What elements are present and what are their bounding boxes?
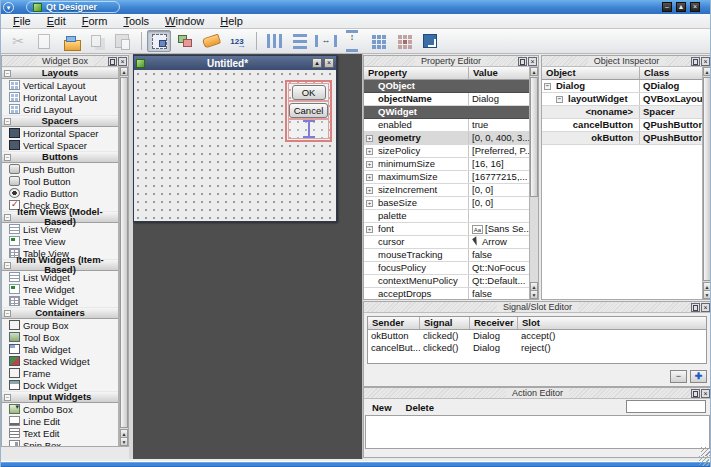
new-icon[interactable] (32, 30, 56, 52)
property-row-contextmenupolicy[interactable]: contextMenuPolicyQt::Default... (364, 275, 529, 288)
scroll-up-icon[interactable]: ▲ (530, 67, 538, 76)
object-column-header[interactable]: Object (542, 67, 640, 79)
widget-item-radio-button[interactable]: Radio Button (2, 187, 118, 199)
property-value[interactable] (469, 210, 529, 222)
property-row-sizeincrement[interactable]: sizeIncrement[0, 0] (364, 184, 529, 197)
menu-item-tools[interactable]: Tools (115, 14, 157, 28)
collapse-icon[interactable] (4, 154, 11, 161)
cancel-button[interactable]: Cancel (289, 103, 328, 118)
widgetbox-category-layouts[interactable]: Layouts (2, 67, 118, 79)
property-value[interactable]: Arrow (469, 236, 529, 248)
form-minimize-icon[interactable]: ▴ (312, 58, 322, 68)
object-row-dialog[interactable]: DialogQDialog (542, 80, 702, 93)
collapse-icon[interactable] (4, 310, 11, 317)
widget-item-table-widget[interactable]: Table Widget (2, 295, 118, 307)
scroll-up-icon[interactable]: ▲ (120, 67, 128, 76)
float-icon[interactable] (691, 57, 700, 66)
widget-item-grid-layout[interactable]: Grid Layout (2, 103, 118, 115)
copy-icon[interactable] (84, 30, 108, 52)
close-icon[interactable] (701, 389, 710, 398)
action-filter-input[interactable] (626, 400, 706, 413)
property-value[interactable]: [0, 0] (469, 184, 529, 196)
receiver-column-header[interactable]: Receiver (470, 317, 518, 329)
property-row-acceptdrops[interactable]: acceptDropsfalse (364, 288, 529, 299)
signal-column-header[interactable]: Signal (420, 317, 470, 329)
adjust-size-icon[interactable] (418, 30, 442, 52)
object-inspector-scrollbar[interactable]: ▲ ▲ ▼ (702, 67, 711, 299)
ok-button[interactable]: OK (292, 85, 326, 100)
remove-connection-button[interactable]: − (670, 370, 687, 383)
widget-item-vertical-layout[interactable]: Vertical Layout (2, 79, 118, 91)
close-icon[interactable] (118, 57, 127, 66)
property-row-palette[interactable]: palette (364, 210, 529, 223)
float-icon[interactable] (691, 389, 700, 398)
window-titlebar[interactable]: ▾ Qt Designer – ▲ × (1, 0, 710, 14)
action-editor-header[interactable]: Action Editor (364, 388, 711, 399)
form-editor-window[interactable]: Untitled* ▴ × OK Cancel (133, 55, 337, 222)
expand-icon[interactable] (366, 187, 373, 194)
delete-action-button[interactable]: Delete (406, 402, 435, 413)
property-column-header[interactable]: Property (364, 67, 469, 79)
property-value[interactable]: false (469, 288, 529, 299)
expand-icon[interactable] (366, 200, 373, 207)
collapse-icon[interactable] (544, 83, 551, 90)
collapse-icon[interactable] (4, 118, 11, 125)
window-resize-grip[interactable] (699, 456, 709, 466)
expand-icon[interactable] (366, 161, 373, 168)
object-row-cancelbutton[interactable]: cancelButtonQPushButton (542, 119, 702, 132)
form-canvas[interactable]: OK Cancel (134, 70, 336, 221)
widgetbox-category-input-widgets[interactable]: Input Widgets (2, 391, 118, 403)
widgetbox-category-spacers[interactable]: Spacers (2, 115, 118, 127)
widget-box-header[interactable]: Widget Box (2, 56, 128, 67)
form-titlebar[interactable]: Untitled* ▴ × (134, 56, 336, 70)
new-action-button[interactable]: New (372, 402, 392, 413)
vertical-spacer-indicator[interactable] (303, 120, 315, 138)
widget-item-push-button[interactable]: Push Button (2, 163, 118, 175)
object-row-layoutwidget[interactable]: layoutWidgetQVBoxLayout (542, 93, 702, 106)
widget-item-tool-box[interactable]: Tool Box (2, 331, 118, 343)
widgetbox-category-item-widgets-item-based[interactable]: Item Widgets (Item-Based) (2, 259, 118, 271)
menu-item-file[interactable]: File (5, 14, 39, 28)
property-value[interactable]: Qt::Default... (469, 275, 529, 287)
property-row-basesize[interactable]: baseSize[0, 0] (364, 197, 529, 210)
widget-item-horizontal-layout[interactable]: Horizontal Layout (2, 91, 118, 103)
connection-row-cancelbut[interactable]: cancelBut...clicked()Dialogreject() (368, 342, 706, 354)
collapse-icon[interactable] (556, 96, 563, 103)
widget-item-tool-button[interactable]: Tool Button (2, 175, 118, 187)
property-editor-scrollbar[interactable]: ▲ ▲ ▼ (529, 67, 538, 299)
close-button[interactable]: × (690, 2, 700, 12)
collapse-icon[interactable] (4, 70, 11, 77)
property-value[interactable]: true (469, 119, 529, 131)
close-icon[interactable] (528, 57, 537, 66)
widget-item-line-edit[interactable]: Line Edit (2, 415, 118, 427)
minimize-button[interactable]: – (662, 2, 672, 12)
scroll-down-icon[interactable]: ▼ (530, 290, 538, 299)
connection-row-okbutton[interactable]: okButtonclicked()Dialogaccept() (368, 330, 706, 342)
object-row-okbutton[interactable]: okButtonQPushButton (542, 132, 702, 145)
scroll-down-icon[interactable]: ▼ (703, 290, 711, 299)
window-title-tab[interactable]: Qt Designer (26, 1, 120, 13)
expand-icon[interactable] (366, 135, 373, 142)
property-row-geometry[interactable]: geometry[0, 0, 400, 3... (364, 132, 529, 145)
layout-grid-icon[interactable] (366, 30, 390, 52)
widget-item-text-edit[interactable]: Text Edit (2, 427, 118, 439)
widget-item-group-box[interactable]: Group Box (2, 319, 118, 331)
property-value[interactable]: Dialog (469, 93, 529, 105)
scroll-up-icon[interactable]: ▲ (703, 67, 711, 76)
action-list[interactable] (365, 415, 710, 449)
scroll-down-icon[interactable]: ▼ (120, 437, 128, 446)
property-value[interactable]: [16, 16] (469, 158, 529, 170)
collapse-icon[interactable] (4, 262, 11, 269)
property-row-maximumsize[interactable]: maximumSize[16777215,... (364, 171, 529, 184)
panel-resize-grip[interactable] (701, 447, 710, 456)
object-inspector-header[interactable]: Object Inspector (542, 56, 711, 67)
collapse-icon[interactable] (4, 214, 11, 221)
widgetbox-category-item-views-model-based[interactable]: Item Views (Model-Based) (2, 211, 118, 223)
form-close-icon[interactable]: × (324, 58, 334, 68)
property-value[interactable]: [0, 0, 400, 3... (469, 132, 529, 144)
window-menu-icon[interactable]: ▾ (3, 2, 14, 13)
expand-icon[interactable] (366, 148, 373, 155)
widget-item-spin-box[interactable]: Spin Box (2, 439, 118, 446)
scrollbar-thumb[interactable] (703, 77, 711, 281)
cut-icon[interactable] (6, 30, 30, 52)
